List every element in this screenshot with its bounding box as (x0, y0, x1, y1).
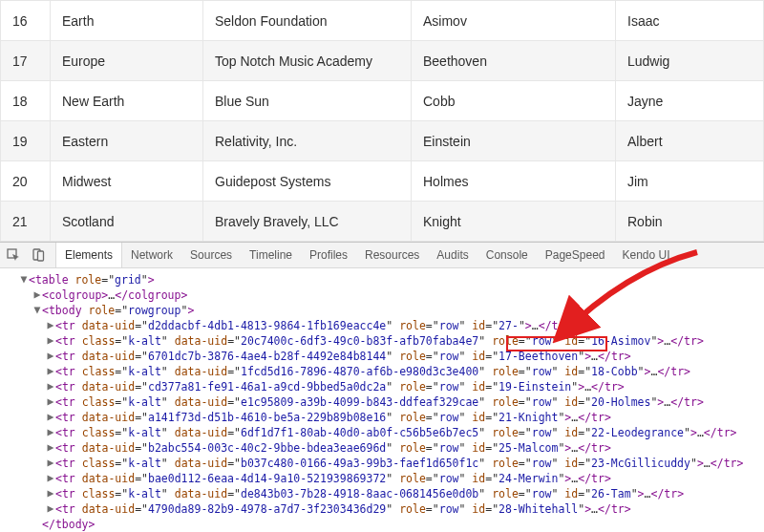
cell-region: Scotland (51, 202, 203, 242)
dom-node[interactable]: ▶<tr data-uid="6701dc7b-3876-4ae4-b28f-4… (0, 349, 764, 364)
devtools: ElementsNetworkSourcesTimelineProfilesRe… (0, 242, 764, 532)
dom-node-source: <tr data-uid="4790da89-82b9-4978-a7d7-3f… (55, 502, 631, 516)
dom-node[interactable]: ▼<table role="grid"> (0, 272, 764, 287)
table-row[interactable]: 19EasternRelativity, Inc.EinsteinAlbert (1, 121, 764, 161)
dom-node[interactable]: ▶<tr class="k-alt" data-uid="20c7400c-6d… (0, 333, 764, 349)
dom-node[interactable]: ▼<tbody role="rowgroup"> (0, 303, 764, 318)
cell-id: 19 (1, 121, 51, 161)
cell-id: 18 (1, 81, 51, 121)
cell-region: Earth (51, 1, 203, 41)
devtools-tabs: ElementsNetworkSourcesTimelineProfilesRe… (55, 243, 679, 267)
svg-rect-2 (38, 251, 44, 261)
dom-node-source: <tr data-uid="a141f73d-d51b-4610-be5a-22… (55, 411, 611, 424)
dom-node[interactable]: ▶<tr data-uid="bae0d112-6eaa-4d14-9a10-5… (0, 471, 764, 486)
dom-node[interactable]: ▶<tr data-uid="4790da89-82b9-4978-a7d7-3… (0, 501, 764, 517)
cell-first: Jayne (616, 81, 764, 121)
cell-region: Europe (51, 41, 203, 81)
dom-node[interactable]: ▶<tr data-uid="cd377a81-fe91-46a1-a9cd-9… (0, 379, 764, 394)
dom-node[interactable]: ▶<colgroup>…</colgroup> (0, 287, 764, 303)
cell-first: Albert (616, 121, 764, 161)
cell-company: Bravely Bravely, LLC (203, 202, 412, 242)
cell-last: Cobb (412, 81, 616, 121)
cell-region: New Earth (51, 81, 203, 121)
dom-node-source: <tr data-uid="d2ddacbf-4db1-4813-9864-1f… (55, 319, 571, 332)
table-row[interactable]: 16EarthSeldon FoundationAsimovIsaac (1, 1, 764, 41)
tab-resources[interactable]: Resources (356, 243, 428, 267)
tab-sources[interactable]: Sources (181, 243, 241, 267)
tab-timeline[interactable]: Timeline (241, 243, 301, 267)
cell-company: Blue Sun (203, 81, 412, 121)
cell-region: Eastern (51, 121, 203, 161)
dom-node-source: <tr class="k-alt" data-uid="1fcd5d16-789… (55, 365, 690, 378)
tab-kendo-ui[interactable]: Kendo UI (613, 243, 678, 267)
cell-id: 20 (1, 161, 51, 202)
device-mode-icon[interactable] (31, 247, 46, 263)
dom-node[interactable]: </tbody> (0, 517, 764, 532)
dom-node-source: <tr class="k-alt" data-uid="b037c480-016… (55, 457, 743, 470)
dom-node[interactable]: ▶<tr data-uid="b2abc554-003c-40c2-9bbe-b… (0, 440, 764, 456)
cell-first: Jim (616, 161, 764, 202)
dom-node-source: <tr class="k-alt" data-uid="de843b03-7b2… (55, 487, 684, 500)
dom-node-source: <tr data-uid="bae0d112-6eaa-4d14-9a10-52… (55, 472, 611, 485)
cell-first: Ludwig (616, 41, 764, 81)
elements-panel[interactable]: ▼<table role="grid">▶<colgroup>…</colgro… (0, 268, 764, 532)
devtools-toolbar: ElementsNetworkSourcesTimelineProfilesRe… (0, 242, 764, 268)
dom-node[interactable]: ▶<tr data-uid="d2ddacbf-4db1-4813-9864-1… (0, 318, 764, 333)
dom-node-source: <tr class="k-alt" data-uid="e1c95809-a39… (55, 395, 704, 409)
cell-last: Knight (412, 202, 616, 242)
dom-node[interactable]: ▶<tr class="k-alt" data-uid="6df1d7f1-80… (0, 425, 764, 440)
cell-company: Guidepost Systems (203, 161, 412, 202)
tab-elements[interactable]: Elements (55, 243, 122, 267)
dom-node-source: <tr class="k-alt" data-uid="20c7400c-6df… (55, 334, 704, 348)
dom-node[interactable]: ▶<tr data-uid="a141f73d-d51b-4610-be5a-2… (0, 410, 764, 425)
dom-node[interactable]: ▶<tr class="k-alt" data-uid="b037c480-01… (0, 456, 764, 471)
table-row[interactable]: 20MidwestGuidepost SystemsHolmesJim (1, 161, 764, 202)
tab-pagespeed[interactable]: PageSpeed (537, 243, 614, 267)
cell-last: Asimov (412, 1, 616, 41)
cell-last: Holmes (412, 161, 616, 202)
table-row[interactable]: 17EuropeTop Notch Music AcademyBeethoven… (1, 41, 764, 81)
dom-node-source: <table role="grid"> (29, 273, 155, 287)
tab-network[interactable]: Network (122, 243, 181, 267)
cell-company: Top Notch Music Academy (203, 41, 412, 81)
cell-first: Robin (616, 202, 764, 242)
dom-node-source: <tr class="k-alt" data-uid="6df1d7f1-80a… (55, 426, 737, 439)
element-inspector-icon[interactable] (6, 247, 21, 263)
dom-node-source: <tr data-uid="cd377a81-fe91-46a1-a9cd-9b… (55, 380, 625, 394)
dom-node-source: <tr data-uid="6701dc7b-3876-4ae4-b28f-44… (55, 350, 631, 363)
tab-profiles[interactable]: Profiles (301, 243, 356, 267)
table-row[interactable]: 21ScotlandBravely Bravely, LLCKnightRobi… (1, 202, 764, 242)
cell-region: Midwest (51, 161, 203, 202)
dom-node[interactable]: ▶<tr class="k-alt" data-uid="de843b03-7b… (0, 486, 764, 501)
dom-node[interactable]: ▶<tr class="k-alt" data-uid="1fcd5d16-78… (0, 364, 764, 379)
cell-company: Relativity, Inc. (203, 121, 412, 161)
dom-node-source: <tbody role="rowgroup"> (42, 304, 194, 317)
cell-first: Isaac (616, 1, 764, 41)
cell-id: 16 (1, 1, 51, 41)
tab-audits[interactable]: Audits (428, 243, 477, 267)
dom-node[interactable]: ▶<tr class="k-alt" data-uid="e1c95809-a3… (0, 394, 764, 410)
data-grid: 16EarthSeldon FoundationAsimovIsaac17Eur… (0, 0, 764, 242)
dom-node-source: </tbody> (42, 518, 95, 531)
cell-last: Beethoven (412, 41, 616, 81)
dom-node-source: <tr data-uid="b2abc554-003c-40c2-9bbe-bd… (55, 441, 611, 455)
cell-company: Seldon Foundation (203, 1, 412, 41)
tab-console[interactable]: Console (478, 243, 537, 267)
cell-id: 21 (1, 202, 51, 242)
cell-last: Einstein (412, 121, 616, 161)
dom-node-source: <colgroup>…</colgroup> (42, 288, 187, 302)
cell-id: 17 (1, 41, 51, 81)
table-row[interactable]: 18New EarthBlue SunCobbJayne (1, 81, 764, 121)
